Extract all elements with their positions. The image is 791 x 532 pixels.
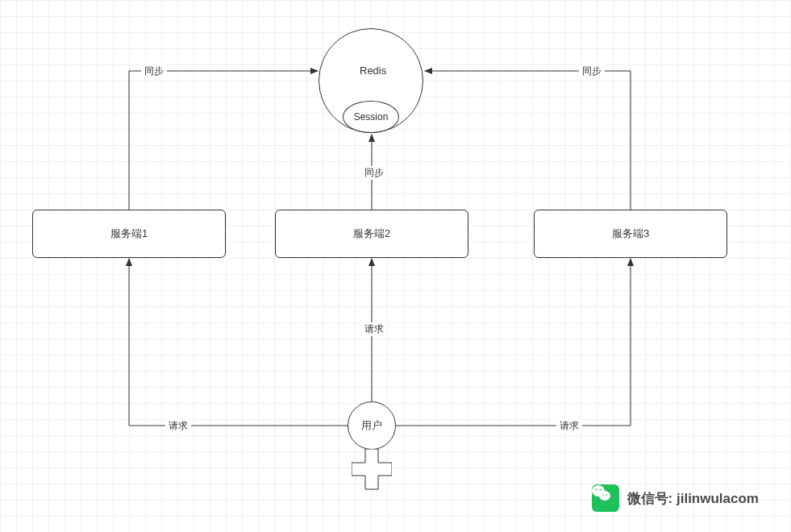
session-node: Session <box>343 101 399 133</box>
edge-sync-1: 同步 <box>141 64 167 78</box>
svg-point-2 <box>595 489 597 491</box>
svg-point-4 <box>602 494 603 496</box>
svg-point-3 <box>599 489 601 491</box>
edge-req-3: 请求 <box>556 419 582 433</box>
watermark-text: 微信号: jilinwulacom <box>627 489 759 508</box>
user-cross-icon <box>352 449 392 489</box>
svg-point-5 <box>606 494 607 496</box>
svg-point-0 <box>592 485 605 497</box>
edge-sync-2: 同步 <box>361 166 387 180</box>
server-3: 服务端3 <box>534 210 727 258</box>
edge-req-2: 请求 <box>361 322 387 336</box>
edge-req-1: 请求 <box>165 419 191 433</box>
wechat-icon <box>592 484 619 512</box>
server-1: 服务端1 <box>32 210 226 258</box>
edge-sync-3: 同步 <box>579 64 605 78</box>
svg-point-1 <box>599 491 610 501</box>
server-2: 服务端2 <box>275 210 468 258</box>
redis-label: Redis <box>360 64 386 77</box>
watermark: 微信号: jilinwulacom <box>592 484 759 512</box>
user-node: 用户 <box>348 401 396 450</box>
